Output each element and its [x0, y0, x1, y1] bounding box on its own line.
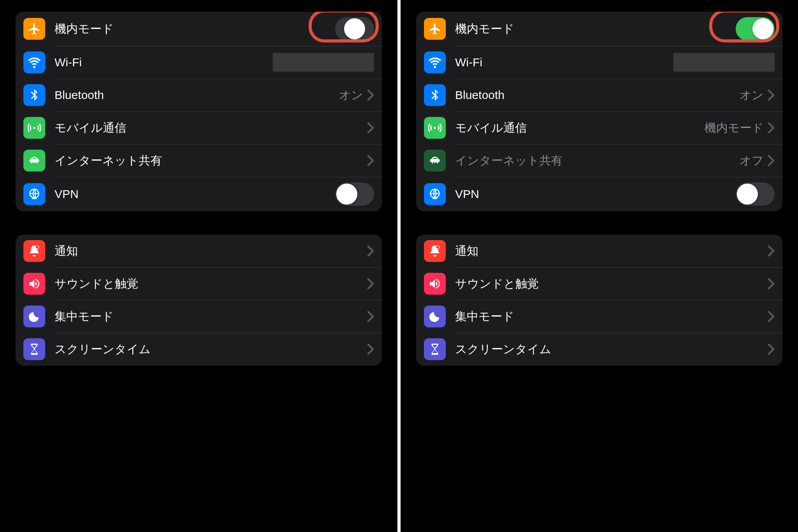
- row-value: 機内モード: [704, 120, 764, 136]
- bell-icon: [424, 240, 446, 262]
- settings-row-vpn: VPN: [16, 177, 382, 211]
- chevron-right-icon: [768, 89, 775, 101]
- settings-row-bell[interactable]: 通知: [416, 235, 782, 267]
- settings-panel-left: 機内モードWi-FiBluetoothオンモバイル通信インターネット共有VPN通…: [0, 0, 399, 532]
- speaker-icon: [23, 273, 45, 295]
- row-label: 通知: [55, 243, 78, 259]
- settings-row-airplane: 機内モード: [16, 12, 382, 46]
- settings-group: 機内モードWi-FiBluetoothオンモバイル通信インターネット共有VPN: [16, 12, 382, 211]
- svg-rect-5: [433, 159, 437, 163]
- wifi-icon: [23, 51, 45, 73]
- row-label: Bluetooth: [455, 88, 505, 102]
- vpn-toggle[interactable]: [335, 182, 374, 206]
- airplane-toggle[interactable]: [736, 17, 775, 41]
- settings-row-hotspot[interactable]: インターネット共有: [16, 144, 382, 177]
- settings-row-bell[interactable]: 通知: [16, 235, 382, 267]
- settings-row-airplane: 機内モード: [416, 12, 782, 46]
- row-label: 集中モード: [455, 309, 514, 325]
- row-label: VPN: [455, 187, 479, 201]
- settings-row-speaker[interactable]: サウンドと触覚: [416, 267, 782, 300]
- row-label: サウンドと触覚: [455, 276, 539, 292]
- chevron-right-icon: [367, 122, 374, 134]
- settings-row-moon[interactable]: 集中モード: [16, 300, 382, 333]
- row-label: Wi-Fi: [55, 56, 82, 69]
- row-label: スクリーンタイム: [455, 341, 551, 357]
- wifi-value-redacted: [673, 53, 775, 72]
- vpn-toggle[interactable]: [736, 182, 775, 206]
- settings-row-bluetooth[interactable]: Bluetoothオン: [416, 79, 782, 111]
- settings-row-hourglass[interactable]: スクリーンタイム: [16, 333, 382, 366]
- svg-point-7: [436, 246, 440, 249]
- row-label: インターネット共有: [455, 153, 563, 169]
- row-label: 通知: [455, 243, 478, 259]
- vpn-icon: [424, 183, 446, 205]
- chevron-right-icon: [367, 311, 374, 322]
- svg-point-4: [434, 127, 436, 129]
- row-label: Bluetooth: [55, 88, 104, 102]
- chevron-right-icon: [768, 245, 775, 257]
- row-value: オン: [740, 87, 764, 103]
- row-label: 機内モード: [455, 21, 514, 37]
- settings-row-wifi[interactable]: Wi-Fi: [16, 46, 382, 79]
- settings-row-hotspot[interactable]: インターネット共有オフ: [416, 144, 782, 177]
- airplane-toggle[interactable]: [335, 17, 374, 41]
- settings-row-bluetooth[interactable]: Bluetoothオン: [16, 79, 382, 111]
- vpn-icon: [23, 183, 45, 205]
- chevron-right-icon: [367, 155, 374, 166]
- row-label: 機内モード: [55, 21, 114, 37]
- settings-group: 通知サウンドと触覚集中モードスクリーンタイム: [16, 235, 382, 366]
- row-label: モバイル通信: [455, 120, 527, 136]
- row-label: モバイル通信: [55, 120, 126, 136]
- settings-row-cellular[interactable]: モバイル通信: [16, 111, 382, 144]
- chevron-right-icon: [768, 155, 775, 166]
- row-label: Wi-Fi: [455, 56, 482, 69]
- chevron-right-icon: [367, 278, 374, 290]
- hotspot-icon: [424, 150, 446, 171]
- settings-row-cellular[interactable]: モバイル通信機内モード: [416, 111, 782, 144]
- bell-icon: [23, 240, 45, 262]
- bluetooth-icon: [424, 84, 446, 106]
- settings-panel-right: 機内モードWi-FiBluetoothオンモバイル通信機内モードインターネット共…: [399, 0, 798, 532]
- settings-row-wifi[interactable]: Wi-Fi: [416, 46, 782, 79]
- settings-group: 機内モードWi-FiBluetoothオンモバイル通信機内モードインターネット共…: [416, 12, 782, 211]
- row-label: VPN: [55, 187, 79, 201]
- svg-rect-1: [32, 159, 36, 163]
- hotspot-icon: [23, 150, 45, 171]
- wifi-icon: [424, 51, 446, 73]
- hourglass-icon: [424, 338, 446, 360]
- wifi-value-redacted: [273, 53, 374, 72]
- speaker-icon: [424, 273, 446, 295]
- airplane-icon: [23, 18, 45, 40]
- chevron-right-icon: [768, 343, 775, 355]
- airplane-icon: [424, 18, 446, 40]
- row-label: インターネット共有: [55, 153, 162, 169]
- chevron-right-icon: [367, 343, 374, 355]
- row-value: オン: [339, 87, 363, 103]
- svg-point-3: [35, 246, 39, 249]
- settings-group: 通知サウンドと触覚集中モードスクリーンタイム: [416, 235, 782, 366]
- cellular-icon: [23, 117, 45, 139]
- row-label: 集中モード: [55, 309, 114, 325]
- chevron-right-icon: [367, 89, 374, 101]
- settings-row-vpn: VPN: [416, 177, 782, 211]
- settings-row-moon[interactable]: 集中モード: [416, 300, 782, 333]
- chevron-right-icon: [768, 278, 775, 290]
- moon-icon: [23, 306, 45, 327]
- bluetooth-icon: [23, 84, 45, 106]
- row-value: オフ: [740, 153, 764, 169]
- cellular-icon: [424, 117, 446, 139]
- chevron-right-icon: [768, 311, 775, 322]
- settings-row-hourglass[interactable]: スクリーンタイム: [416, 333, 782, 366]
- moon-icon: [424, 306, 446, 327]
- chevron-right-icon: [367, 245, 374, 257]
- svg-point-0: [33, 127, 35, 129]
- chevron-right-icon: [768, 122, 775, 134]
- row-label: スクリーンタイム: [55, 341, 151, 357]
- row-label: サウンドと触覚: [55, 276, 138, 292]
- hourglass-icon: [23, 338, 45, 360]
- settings-row-speaker[interactable]: サウンドと触覚: [16, 267, 382, 300]
